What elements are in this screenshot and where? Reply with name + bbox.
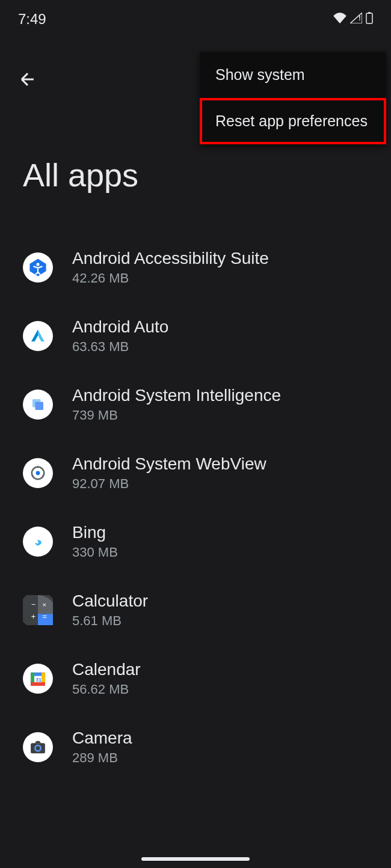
svg-text:−: − bbox=[31, 601, 35, 609]
app-name: Bing bbox=[72, 523, 118, 542]
app-item[interactable]: Android System WebView 92.07 MB bbox=[23, 439, 368, 507]
app-item[interactable]: Camera 289 MB bbox=[23, 713, 368, 781]
status-time: 7:49 bbox=[18, 11, 46, 28]
app-name: Calculator bbox=[72, 591, 148, 611]
accessibility-icon bbox=[23, 252, 53, 283]
app-item[interactable]: Android Auto 63.63 MB bbox=[23, 302, 368, 370]
svg-point-4 bbox=[36, 263, 39, 266]
camera-icon bbox=[23, 732, 53, 762]
app-name: Android Accessibility Suite bbox=[72, 249, 269, 268]
webview-icon bbox=[23, 458, 53, 488]
svg-text:!: ! bbox=[359, 14, 361, 22]
app-info: Android System WebView 92.07 MB bbox=[72, 454, 266, 492]
app-info: Android Auto 63.63 MB bbox=[72, 317, 168, 355]
app-size: 63.63 MB bbox=[72, 339, 168, 355]
app-item[interactable]: Bing 330 MB bbox=[23, 507, 368, 576]
svg-text:×: × bbox=[43, 601, 47, 608]
page-title: All apps bbox=[23, 156, 138, 194]
app-size: 330 MB bbox=[72, 545, 118, 560]
app-info: Android System Intelligence 739 MB bbox=[72, 386, 281, 423]
app-size: 289 MB bbox=[72, 750, 132, 766]
app-item[interactable]: 31 Calendar 56.62 MB bbox=[23, 644, 368, 713]
app-info: Calendar 56.62 MB bbox=[72, 660, 141, 697]
svg-point-10 bbox=[42, 475, 44, 477]
svg-text:=: = bbox=[43, 613, 47, 621]
status-bar: 7:49 ! bbox=[0, 0, 391, 36]
app-name: Android Auto bbox=[72, 317, 168, 337]
app-name: Android System WebView bbox=[72, 454, 266, 474]
app-name: Camera bbox=[72, 729, 132, 748]
app-size: 56.62 MB bbox=[72, 682, 141, 697]
svg-rect-1 bbox=[366, 13, 372, 23]
asi-icon bbox=[23, 390, 53, 420]
svg-point-9 bbox=[37, 466, 38, 468]
calculator-icon: −×+= bbox=[23, 595, 53, 625]
svg-text:+: + bbox=[31, 613, 35, 621]
svg-point-11 bbox=[32, 475, 34, 477]
app-size: 42.26 MB bbox=[72, 270, 269, 286]
signal-icon: ! bbox=[350, 13, 362, 26]
svg-point-8 bbox=[36, 471, 40, 475]
app-name: Android System Intelligence bbox=[72, 386, 281, 405]
svg-rect-6 bbox=[35, 402, 44, 411]
calendar-icon: 31 bbox=[23, 664, 53, 694]
battery-icon bbox=[366, 12, 373, 26]
app-item[interactable]: Android System Intelligence 739 MB bbox=[23, 370, 368, 439]
app-info: Calculator 5.61 MB bbox=[72, 591, 148, 629]
app-name: Calendar bbox=[72, 660, 141, 679]
app-size: 5.61 MB bbox=[72, 613, 148, 629]
wifi-icon bbox=[333, 13, 346, 26]
app-info: Camera 289 MB bbox=[72, 729, 132, 766]
svg-rect-2 bbox=[368, 12, 371, 14]
overflow-menu: Show system Reset app preferences bbox=[200, 52, 386, 144]
menu-item-reset-app-preferences[interactable]: Reset app preferences bbox=[200, 98, 386, 144]
app-info: Android Accessibility Suite 42.26 MB bbox=[72, 249, 269, 286]
back-button[interactable] bbox=[13, 65, 42, 94]
navigation-handle[interactable] bbox=[141, 857, 250, 861]
app-item[interactable]: Android Accessibility Suite 42.26 MB bbox=[23, 233, 368, 302]
app-info: Bing 330 MB bbox=[72, 523, 118, 560]
status-icons: ! bbox=[333, 12, 373, 26]
svg-point-26 bbox=[36, 746, 40, 750]
app-list: Android Accessibility Suite 42.26 MB And… bbox=[0, 233, 391, 781]
app-item[interactable]: −×+= Calculator 5.61 MB bbox=[23, 576, 368, 644]
android-auto-icon bbox=[23, 321, 53, 351]
menu-item-show-system[interactable]: Show system bbox=[200, 52, 386, 98]
bing-icon bbox=[23, 527, 53, 557]
app-size: 739 MB bbox=[72, 408, 281, 423]
svg-text:31: 31 bbox=[36, 677, 42, 683]
app-size: 92.07 MB bbox=[72, 476, 266, 492]
